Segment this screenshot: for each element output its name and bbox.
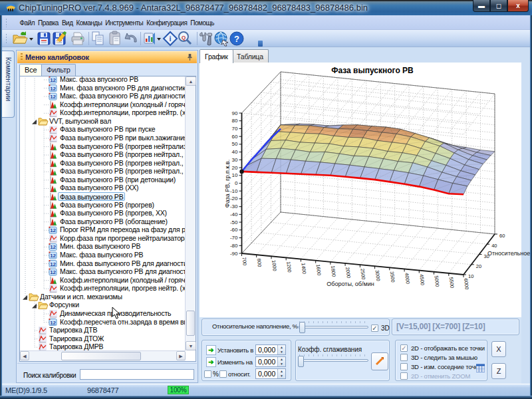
- svg-text:700: 700: [241, 257, 248, 265]
- svg-text:12: 12: [50, 269, 56, 275]
- svg-text:12: 12: [50, 86, 56, 92]
- svg-text:60: 60: [499, 233, 505, 239]
- svg-text:70: 70: [232, 126, 238, 132]
- svg-text:-60: -60: [230, 227, 238, 233]
- svg-text:5500: 5500: [448, 277, 456, 289]
- svg-text:40: 40: [491, 243, 497, 249]
- svg-text:Обороты, об/мин: Обороты, об/мин: [327, 281, 374, 287]
- svg-text:3000: 3000: [374, 269, 382, 281]
- svg-text:Фаза выпускного РВ: Фаза выпускного РВ: [331, 66, 414, 75]
- svg-text:1000: 1000: [271, 260, 278, 272]
- svg-text:30: 30: [232, 157, 238, 163]
- svg-text:-10: -10: [230, 188, 238, 194]
- svg-text:-80: -80: [230, 243, 238, 249]
- svg-text:i: i: [169, 35, 171, 43]
- svg-text:1600: 1600: [315, 264, 323, 276]
- svg-text:20: 20: [232, 165, 238, 171]
- svg-text:12: 12: [50, 244, 56, 250]
- svg-text:10: 10: [468, 273, 473, 279]
- svg-text:6000: 6000: [463, 278, 470, 290]
- svg-text:12: 12: [50, 261, 56, 267]
- svg-text:-50: -50: [230, 219, 238, 225]
- svg-text:2500: 2500: [359, 268, 366, 280]
- svg-text:5000: 5000: [434, 275, 441, 287]
- svg-text:-70: -70: [230, 235, 238, 241]
- svg-text:-30: -30: [230, 203, 238, 209]
- svg-text:?: ?: [234, 34, 239, 44]
- svg-text:-20: -20: [230, 196, 238, 201]
- svg-text:90: 90: [232, 110, 238, 116]
- svg-text:1400: 1400: [300, 263, 307, 275]
- svg-text:-40: -40: [230, 211, 238, 217]
- svg-text:3500: 3500: [389, 271, 396, 283]
- svg-text:12: 12: [50, 77, 56, 83]
- svg-text:1200: 1200: [285, 261, 293, 273]
- svg-text:50: 50: [232, 141, 238, 147]
- svg-text:Относительное н: Относительное н: [487, 250, 530, 257]
- svg-text:40: 40: [232, 149, 238, 155]
- svg-text:4000: 4000: [404, 273, 411, 285]
- svg-text:80: 80: [232, 118, 238, 124]
- svg-text:0: 0: [235, 180, 238, 186]
- svg-text:12: 12: [50, 253, 56, 259]
- svg-text:-90: -90: [230, 251, 238, 257]
- svg-text:12: 12: [50, 320, 56, 326]
- svg-text:60: 60: [232, 134, 238, 140]
- svg-text:Q: Q: [182, 35, 186, 41]
- svg-text:12: 12: [50, 227, 56, 233]
- svg-text:20: 20: [476, 263, 481, 269]
- svg-text:2000: 2000: [344, 267, 352, 279]
- svg-text:Фаза РВ, гр.п.к.в.: Фаза РВ, гр.п.к.в.: [224, 160, 231, 207]
- svg-text:800: 800: [256, 258, 263, 267]
- svg-text:12: 12: [50, 94, 56, 100]
- svg-text:1800: 1800: [330, 265, 337, 277]
- svg-text:10: 10: [232, 172, 238, 178]
- svg-text:4500: 4500: [418, 274, 426, 286]
